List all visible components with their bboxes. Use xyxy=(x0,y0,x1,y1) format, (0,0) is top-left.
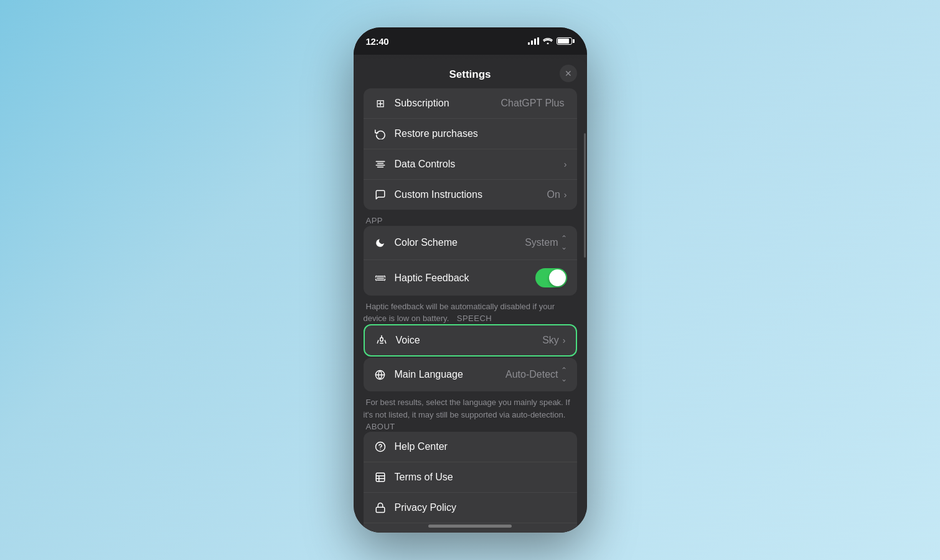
color-scheme-value: System xyxy=(525,237,558,248)
color-scheme-label: Color Scheme xyxy=(395,237,525,248)
settings-content[interactable]: Subscription ChatGPT Plus Restore purcha… xyxy=(354,88,587,533)
settings-modal: Settings ✕ Subscription ChatGPT Plus xyxy=(354,58,587,533)
main-language-value: Auto-Detect xyxy=(505,369,558,380)
color-scheme-row[interactable]: Color Scheme System ⌃⌄ xyxy=(364,226,577,260)
voice-icon xyxy=(375,334,388,347)
status-time: 12:40 xyxy=(366,36,389,47)
phone-frame: 12:40 Setti xyxy=(354,27,587,533)
status-bar: 12:40 xyxy=(354,27,587,55)
close-button[interactable]: ✕ xyxy=(560,65,577,82)
data-controls-icon xyxy=(374,157,387,171)
custom-instructions-chevron: › xyxy=(564,190,567,200)
restore-label: Restore purchases xyxy=(395,128,567,139)
svg-rect-11 xyxy=(376,473,385,482)
color-scheme-icon xyxy=(374,236,387,250)
settings-header: Settings ✕ xyxy=(354,58,587,88)
main-language-label: Main Language xyxy=(395,369,506,380)
svg-rect-15 xyxy=(376,507,385,512)
close-icon: ✕ xyxy=(565,69,572,78)
voice-value: Sky xyxy=(542,335,559,346)
haptic-feedback-label: Haptic Feedback xyxy=(395,273,535,284)
voice-label: Voice xyxy=(396,335,543,346)
haptic-feedback-toggle[interactable] xyxy=(535,268,567,287)
custom-instructions-label: Custom Instructions xyxy=(395,189,547,200)
custom-instructions-value: On xyxy=(547,189,560,200)
main-language-row[interactable]: Main Language Auto-Detect ⌃⌄ xyxy=(364,358,577,391)
about-section-label: ABOUT xyxy=(364,412,398,435)
data-controls-row[interactable]: Data Controls › xyxy=(364,149,577,180)
app-section-label: APP xyxy=(364,206,386,229)
voice-chevron: › xyxy=(563,335,566,345)
home-indicator xyxy=(428,525,512,528)
help-center-row[interactable]: Help Center xyxy=(364,432,577,462)
licenses-icon xyxy=(374,531,387,533)
color-scheme-updown-icon: ⌃⌄ xyxy=(561,234,567,251)
wifi-icon xyxy=(543,37,553,46)
signal-icon xyxy=(528,37,539,45)
subscription-icon xyxy=(374,96,387,110)
privacy-policy-row[interactable]: Privacy Policy xyxy=(364,493,577,523)
main-language-updown-icon: ⌃⌄ xyxy=(561,366,567,383)
data-controls-label: Data Controls xyxy=(395,159,563,170)
settings-title: Settings xyxy=(449,68,491,81)
haptic-feedback-icon xyxy=(374,271,387,285)
custom-instructions-icon xyxy=(374,188,387,202)
app-section: Color Scheme System ⌃⌄ xyxy=(364,226,577,296)
terms-icon xyxy=(374,470,387,484)
svg-rect-6 xyxy=(380,338,383,342)
data-controls-chevron: › xyxy=(564,159,567,169)
help-center-label: Help Center xyxy=(395,441,567,452)
voice-row[interactable]: Voice Sky › xyxy=(364,324,577,357)
restore-icon xyxy=(374,127,387,141)
privacy-policy-label: Privacy Policy xyxy=(395,502,567,513)
subscription-value: ChatGPT Plus xyxy=(501,98,565,109)
help-center-icon xyxy=(374,440,387,454)
terms-of-use-label: Terms of Use xyxy=(395,472,567,483)
restore-purchases-row[interactable]: Restore purchases xyxy=(364,119,577,149)
haptic-feedback-row[interactable]: Haptic Feedback xyxy=(364,260,577,296)
battery-icon xyxy=(557,37,572,45)
terms-of-use-row[interactable]: Terms of Use xyxy=(364,462,577,493)
custom-instructions-row[interactable]: Custom Instructions On › xyxy=(364,180,577,210)
account-section: Subscription ChatGPT Plus Restore purcha… xyxy=(364,88,577,210)
status-icons xyxy=(528,37,572,46)
main-language-icon xyxy=(374,368,387,381)
subscription-row[interactable]: Subscription ChatGPT Plus xyxy=(364,88,577,119)
about-section: Help Center Terms of Use xyxy=(364,432,577,533)
language-section: Main Language Auto-Detect ⌃⌄ xyxy=(364,358,577,391)
speech-section-label: SPEECH xyxy=(454,304,494,327)
scroll-indicator xyxy=(584,133,586,508)
subscription-label: Subscription xyxy=(395,98,501,109)
privacy-icon xyxy=(374,501,387,515)
